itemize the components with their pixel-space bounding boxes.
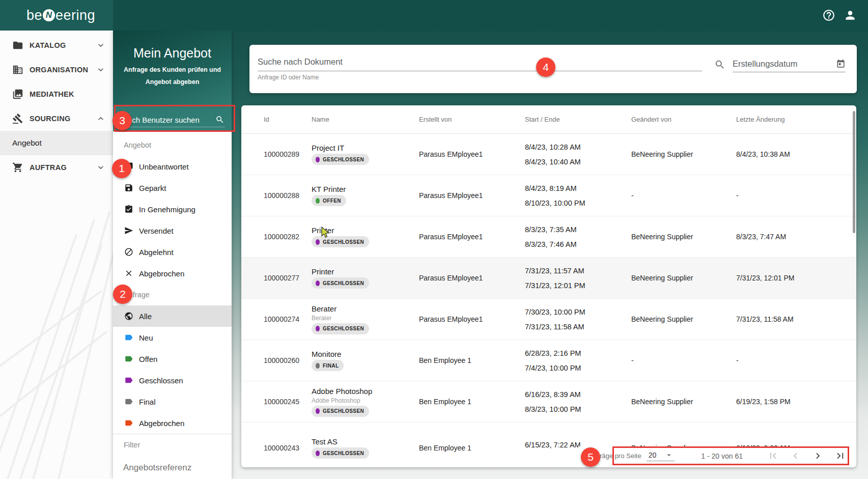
filter-item-geparkt[interactable]: Geparkt [113, 177, 232, 199]
status-dot-icon [316, 198, 320, 204]
filter-item-abgelehnt[interactable]: Abgelehnt [113, 241, 232, 263]
filter-item-unbeantwortet[interactable]: Unbeantwortet [113, 156, 232, 177]
page-title: Mein Angebot [118, 46, 227, 61]
start-date: 7/31/23, 11:57 AM [525, 267, 631, 275]
filter-item-label: Offen [139, 355, 157, 363]
primary-sidebar: KATALOGORGANISATIONMEDIATHEKSOURCINGAnge… [0, 31, 113, 479]
sidebar-subitem-angebot[interactable]: Angebot [0, 131, 113, 155]
end-date: 8/4/23, 10:40 AM [525, 158, 631, 166]
sidebar-item-mediathek[interactable]: MEDIATHEK [0, 82, 113, 106]
document-subname: Adobe Photoshop [312, 397, 360, 404]
cell-name: Project ITGESCHLOSSEN [312, 144, 419, 165]
pagination-bar: Einträge pro Seite 20 1 - 20 von 61 [579, 446, 849, 465]
status-badge: GESCHLOSSEN [312, 236, 369, 247]
cell-id: 100000260 [264, 356, 312, 364]
cell-last-change: 7/31/23, 11:58 AM [736, 315, 856, 323]
table-row[interactable]: 100000282PrinterGESCHLOSSENParasus EMplo… [241, 216, 856, 258]
sidebar-item-auftrag[interactable]: AUFTRAG [0, 155, 113, 180]
filter-item-neu[interactable]: Neu [113, 327, 232, 348]
cell-modified-by: BeNeering Supplier [631, 150, 736, 158]
logo-text: be N eering [26, 8, 95, 23]
filter-item-abgebrochen[interactable]: Abgebrochen [113, 263, 232, 284]
column-header-geändert-von: Geändert von [631, 116, 736, 123]
end-date: 8/10/23, 10:00 PM [525, 199, 631, 207]
cell-created-by: Parasus EMployee1 [419, 274, 525, 282]
cell-id: 100000277 [264, 274, 312, 282]
sidebar-item-organisation[interactable]: ORGANISATION [0, 58, 113, 82]
filter-item-versendet[interactable]: Versendet [113, 220, 232, 241]
cell-name: MonitoreFINAL [312, 350, 419, 371]
vertical-scrollbar[interactable] [853, 111, 855, 233]
filter-item-abgebrochen[interactable]: Abgebrochen [113, 412, 232, 434]
section-label-anfrage: Anfrage [113, 284, 232, 305]
cell-start-end: 7/30/23, 10:00 PM7/31/23, 11:58 AM [525, 308, 631, 331]
cell-last-change: 6/19/23, 1:58 PM [736, 398, 856, 406]
table-row[interactable]: 100000274BeraterBeraterGESCHLOSSENParasu… [241, 299, 856, 340]
search-icon[interactable] [714, 59, 725, 70]
folder-icon [12, 40, 23, 51]
table-row[interactable]: 100000245Adobe PhotoshopAdobe PhotoshopG… [241, 381, 856, 422]
per-page-select[interactable]: 20 [647, 450, 675, 461]
next-page-icon[interactable] [812, 450, 824, 462]
sidebar-item-label: AUFTRAG [30, 163, 96, 172]
app-root: be N eering KATALOGORGANISATIONMEDIATHEK… [0, 0, 868, 479]
filter-item-label: Abgebrochen [139, 419, 184, 428]
chevron-up-icon [96, 114, 106, 124]
previous-page-icon[interactable] [790, 450, 801, 462]
filter-item-final[interactable]: Final [113, 391, 232, 412]
panel-hero: Mein Angebot Anfrage des Kunden prüfen u… [113, 31, 232, 106]
creation-date-input[interactable]: Erstellungsdatum [733, 59, 846, 72]
section-label-filter: Filter [113, 434, 232, 456]
table-row[interactable]: 100000260MonitoreFINALBen Employee 16/28… [241, 340, 856, 381]
approval-icon [124, 205, 133, 214]
table-row[interactable]: 100000277PrinterGESCHLOSSENParasus EMplo… [241, 258, 856, 299]
table-row[interactable]: 100000289Project ITGESCHLOSSENParasus EM… [241, 134, 856, 175]
status-dot-icon [316, 450, 320, 456]
chevron-down-icon [96, 40, 106, 50]
account-icon[interactable] [844, 9, 857, 22]
status-dot-icon [316, 280, 320, 286]
table-row[interactable]: 100000288KT PrinterOFFENParasus EMployee… [241, 175, 856, 216]
chevron-down-icon [96, 162, 106, 173]
cell-modified-by: - [631, 356, 736, 364]
cell-name: Test ASGESCHLOSSEN [312, 437, 419, 459]
cell-id: 100000243 [264, 444, 312, 452]
top-header: be N eering [0, 0, 868, 31]
cell-name: Adobe PhotoshopAdobe PhotoshopGESCHLOSSE… [312, 387, 419, 417]
status-label: GESCHLOSSEN [323, 157, 364, 162]
table-header-row: IdNameErstellt vonStart / EndeGeändert v… [241, 105, 856, 134]
filter-item-in-genehmigung[interactable]: In Genehmigung [113, 199, 232, 220]
results-table: IdNameErstellt vonStart / EndeGeändert v… [241, 105, 856, 467]
calendar-icon[interactable] [836, 59, 846, 69]
main-content: Suche nach Dokument Anfrage ID oder Name… [232, 31, 868, 479]
user-search-field[interactable]: Nach Benutzer suchen [113, 106, 232, 131]
column-header-start-ende: Start / Ende [525, 116, 631, 123]
first-page-icon[interactable] [767, 450, 779, 462]
status-badge: GESCHLOSSEN [312, 277, 369, 289]
document-search-input[interactable]: Suche nach Dokument Anfrage ID oder Name [258, 57, 702, 81]
cell-created-by: Parasus EMployee1 [419, 315, 525, 323]
sidebar-item-label: SOURCING [30, 115, 96, 123]
section-label-angebot: Angebot [113, 134, 232, 156]
sidebar-item-label: MEDIATHEK [30, 90, 106, 98]
document-search-placeholder: Suche nach Dokument [258, 57, 702, 71]
logo-right: eering [55, 8, 95, 23]
cell-modified-by: - [631, 191, 736, 200]
filter-item-geschlossen[interactable]: Geschlossen [113, 370, 232, 391]
sidebar-item-sourcing[interactable]: SOURCING [0, 106, 113, 131]
start-date: 7/30/23, 10:00 PM [525, 308, 631, 316]
filter-item-offen[interactable]: Offen [113, 348, 232, 370]
sidebar-item-katalog[interactable]: KATALOG [0, 33, 113, 58]
status-dot-icon [316, 326, 320, 331]
status-label: GESCHLOSSEN [323, 280, 364, 286]
document-name: Project IT [312, 144, 344, 152]
search-card: Suche nach Dokument Anfrage ID oder Name… [249, 45, 857, 93]
status-dot-icon [316, 363, 320, 369]
filter-item-alle[interactable]: Alle [113, 305, 232, 327]
cell-name: PrinterGESCHLOSSEN [312, 226, 419, 247]
last-page-icon[interactable] [834, 450, 846, 462]
angebotsreferenz-section-label[interactable]: Angebotsreferenz [113, 463, 232, 473]
cell-created-by: Parasus EMployee1 [419, 233, 525, 241]
help-icon[interactable] [822, 9, 835, 22]
column-header-letzte-änderung: Letzte Änderung [736, 116, 856, 123]
